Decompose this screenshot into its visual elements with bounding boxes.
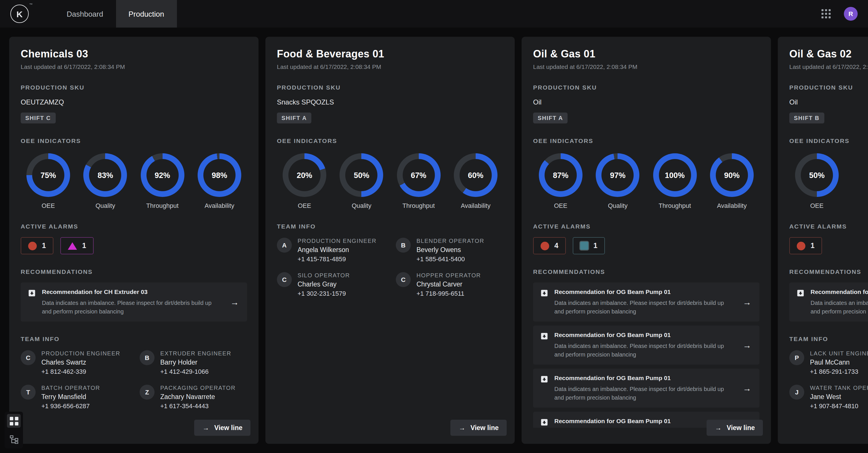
shift-badge: SHIFT B bbox=[789, 112, 824, 124]
member-avatar: A bbox=[277, 238, 292, 253]
oee-donuts: 20% OEE 50% Quality bbox=[277, 153, 503, 209]
recommendation-text: Recommendation for OG Beam Pump 01 Data … bbox=[554, 374, 730, 402]
team-info-section: TEAM INFO C PRODUCTION ENGINEER Charles … bbox=[21, 335, 247, 409]
team-member: P LACK UNIT ENGINEER Paul McCann +1 865-… bbox=[789, 350, 868, 375]
alarm-chip[interactable]: 4 bbox=[533, 237, 566, 254]
oee-donuts: 75% OEE 83% Quality bbox=[21, 153, 247, 209]
alarm-count: 4 bbox=[554, 242, 558, 250]
oee-indicators-label: OEE INDICATORS bbox=[277, 137, 503, 144]
recommendation-item[interactable]: Recommendation for OG Beam Pump 02 Data … bbox=[789, 283, 868, 322]
donut-ring: 87% bbox=[539, 153, 583, 197]
recommendation-text: Recommendation for CH Extruder 03 Data i… bbox=[42, 288, 217, 316]
sku-value: Oil bbox=[789, 98, 868, 106]
alarm-chip[interactable]: 1 bbox=[573, 237, 605, 254]
member-name: Angela Wilkerson bbox=[298, 246, 377, 253]
active-alarms-section: ACTIVE ALARMS 1 bbox=[789, 223, 868, 254]
arrow-right-icon[interactable]: → bbox=[743, 383, 751, 393]
donut-value: 92% bbox=[155, 171, 170, 180]
donut-label: Quality bbox=[608, 202, 628, 209]
member-avatar: C bbox=[277, 272, 292, 287]
view-line-button[interactable]: → View line bbox=[451, 420, 507, 436]
member-phone: +1 412-429-1066 bbox=[160, 368, 231, 375]
production-line-card: Oil & Gas 01 Last updated at 6/17/2022, … bbox=[522, 37, 771, 444]
member-name: Chrystal Carver bbox=[416, 281, 481, 288]
member-info: EXTRUDER ENGINEER Barry Holder +1 412-42… bbox=[160, 350, 231, 375]
member-phone: +1 415-781-4859 bbox=[298, 256, 377, 262]
arrow-right-icon[interactable]: → bbox=[230, 297, 239, 307]
recommendation-item[interactable]: Recommendation for CH Extruder 03 Data i… bbox=[21, 283, 247, 322]
recommendation-box-icon bbox=[540, 332, 549, 341]
member-avatar: T bbox=[21, 385, 36, 399]
shift-badge: SHIFT A bbox=[533, 112, 567, 124]
member-name: Jane West bbox=[810, 393, 868, 400]
avatar[interactable]: R bbox=[844, 7, 858, 21]
donut-ring: 50% bbox=[795, 153, 839, 197]
trademark-mark: ™ bbox=[29, 3, 33, 6]
oee-indicator: 90% Availability bbox=[704, 153, 760, 209]
recommendation-item[interactable]: Recommendation for OG Beam Pump 01 Data … bbox=[533, 368, 760, 408]
last-updated-text: Last updated at 6/17/2022, 2:08:34 PM bbox=[21, 63, 247, 70]
logo[interactable]: K ™ bbox=[10, 5, 29, 23]
view-line-button[interactable]: → View line bbox=[707, 420, 763, 436]
alarm-chip[interactable]: 1 bbox=[21, 237, 54, 254]
production-sku-label: PRODUCTION SKU bbox=[789, 84, 868, 91]
recommendation-text: Recommendation for OG Beam Pump 02 Data … bbox=[811, 288, 868, 316]
grid-view-icon[interactable] bbox=[7, 414, 21, 428]
sku-value: Snacks SPQOZLS bbox=[277, 98, 503, 106]
oee-indicator: 100% Throughput bbox=[647, 153, 702, 209]
top-nav: K ™ DashboardProduction R bbox=[0, 0, 868, 28]
recommendation-body: Data indicates an imbalance. Please insp… bbox=[554, 298, 730, 316]
donut-hole: 87% bbox=[545, 159, 577, 191]
team-list: P LACK UNIT ENGINEER Paul McCann +1 865-… bbox=[789, 350, 868, 409]
nav-tab-production[interactable]: Production bbox=[116, 0, 177, 28]
active-alarms-label: ACTIVE ALARMS bbox=[21, 223, 247, 230]
donut-ring: 100% bbox=[653, 153, 696, 197]
member-role: HOPPER OPERATOR bbox=[416, 272, 481, 279]
nav-right: R bbox=[821, 7, 858, 21]
recommendation-item[interactable]: Recommendation for OG Beam Pump 01 Data … bbox=[533, 326, 760, 364]
arrow-right-icon[interactable]: → bbox=[743, 297, 751, 307]
team-info-section: TEAM INFO P LACK UNIT ENGINEER Paul McCa… bbox=[789, 335, 868, 409]
oee-section: OEE INDICATORS 75% OEE 83% bbox=[21, 137, 247, 209]
team-member: A PRODUCTION ENGINEER Angela Wilkerson +… bbox=[277, 238, 384, 262]
production-sku-section: PRODUCTION SKU Oil SHIFT A bbox=[533, 84, 760, 124]
donut-hole: 67% bbox=[402, 159, 435, 191]
apps-grid-icon[interactable] bbox=[821, 9, 831, 19]
card-title: Oil & Gas 01 bbox=[533, 48, 760, 60]
donut-value: 97% bbox=[610, 171, 626, 180]
oee-donuts: 87% OEE 97% Quality bbox=[533, 153, 760, 209]
team-member: C PRODUCTION ENGINEER Charles Swartz +1 … bbox=[21, 350, 128, 375]
alarm-count: 1 bbox=[82, 242, 86, 250]
cards-row: Chemicals 03 Last updated at 6/17/2022, … bbox=[0, 37, 868, 444]
recommendation-box-icon bbox=[540, 418, 549, 427]
tree-view-icon[interactable] bbox=[7, 432, 21, 446]
recommendation-item[interactable]: Recommendation for OG Beam Pump 01 Data … bbox=[533, 283, 760, 322]
member-name: Charles Gray bbox=[298, 281, 350, 288]
bottom-left-rail bbox=[5, 412, 23, 448]
nav-tab-dashboard[interactable]: Dashboard bbox=[54, 0, 116, 28]
donut-ring: 60% bbox=[454, 153, 497, 197]
member-role: PRODUCTION ENGINEER bbox=[41, 350, 120, 357]
donut-ring: 90% bbox=[710, 153, 754, 197]
recommendations-label: RECOMMENDATIONS bbox=[21, 268, 247, 275]
production-sku-section: PRODUCTION SKU OEUTZAMZQ SHIFT C bbox=[21, 84, 247, 124]
oee-section: OEE INDICATORS 20% OEE 50% bbox=[277, 137, 503, 209]
production-sku-section: PRODUCTION SKU Snacks SPQOZLS SHIFT A bbox=[277, 84, 503, 124]
team-list: A PRODUCTION ENGINEER Angela Wilkerson +… bbox=[277, 238, 503, 297]
alarm-chips: 1 bbox=[789, 237, 868, 254]
alarm-chip[interactable]: 1 bbox=[789, 237, 822, 254]
oee-indicator: 75% OEE bbox=[21, 153, 76, 209]
member-name: Barry Holder bbox=[160, 359, 231, 366]
recommendation-body: Data indicates an imbalance. Please insp… bbox=[554, 385, 730, 402]
arrow-right-icon[interactable]: → bbox=[743, 340, 751, 350]
member-role: SILO OPERATOR bbox=[298, 272, 350, 279]
oee-donuts: 50% OEE bbox=[789, 153, 868, 209]
card-title: Food & Beverages 01 bbox=[277, 48, 503, 60]
view-line-button[interactable]: → View line bbox=[194, 420, 250, 436]
alarm-chip[interactable]: 1 bbox=[60, 237, 94, 254]
team-member: Z PACKAGING OPERATOR Zachary Navarrete +… bbox=[140, 385, 247, 409]
oee-indicator: 97% Quality bbox=[590, 153, 645, 209]
member-avatar: C bbox=[21, 350, 36, 365]
recommendation-title: Recommendation for OG Beam Pump 01 bbox=[554, 288, 730, 295]
active-alarms-label: ACTIVE ALARMS bbox=[533, 223, 760, 230]
